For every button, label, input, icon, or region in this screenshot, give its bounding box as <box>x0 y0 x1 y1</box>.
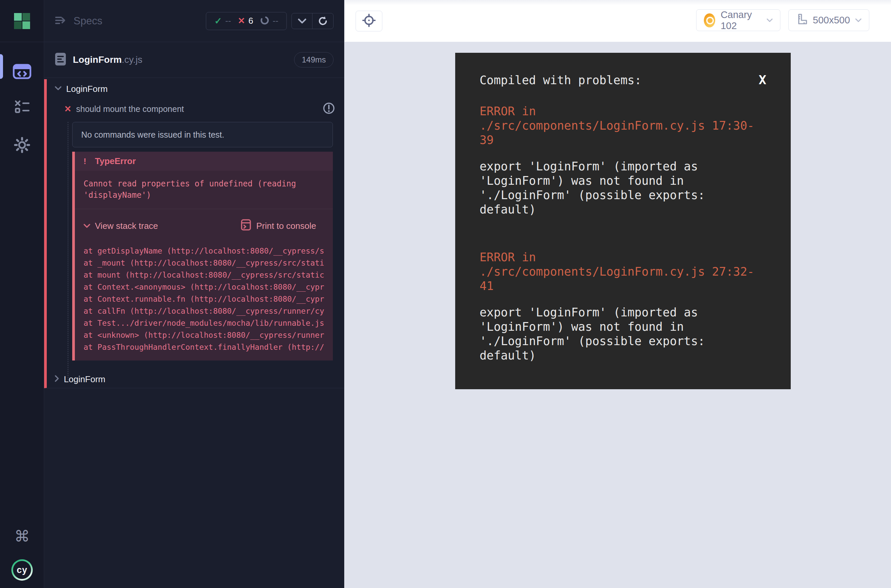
print-to-console-label: Print to console <box>256 221 316 231</box>
chevron-right-icon <box>55 375 59 383</box>
sidebar-item-specs[interactable] <box>0 57 44 87</box>
error-type: TypeError <box>95 156 136 166</box>
suite-row-loginform[interactable]: LoginForm <box>47 79 344 99</box>
spec-file-ext: .cy.js <box>122 54 143 65</box>
browser-select[interactable]: Canary 102 <box>696 9 780 31</box>
code-browser-icon <box>13 64 32 81</box>
stack-frame: at Context.<anonymous> (http://localhost… <box>84 281 333 293</box>
compile-error-overlay: Compiled with problems: X ERROR in ./src… <box>455 53 791 389</box>
attempt-indent-line <box>68 122 69 380</box>
stack-frame: at <unknown> (http://localhost:8080/__cy… <box>84 329 333 341</box>
pending-spinner-icon <box>260 16 269 26</box>
chrome-canary-icon <box>704 14 715 27</box>
spec-file-row[interactable]: LoginForm.cy.js 149ms <box>44 42 344 78</box>
chevron-down-icon <box>55 86 62 92</box>
stack-frame: at Test.../driver/node_modules/mocha/lib… <box>84 317 333 329</box>
keyboard-shortcuts-icon[interactable]: ⌘ <box>14 528 30 544</box>
collapsed-suite-row[interactable]: LoginForm <box>47 370 333 388</box>
ruler-icon <box>796 14 807 27</box>
failed-suite-block: LoginForm ✕ should mount the component N… <box>44 79 344 388</box>
compile-error-header: ERROR in ./src/components/LoginForm.cy.j… <box>479 250 766 293</box>
spec-duration-badge: 149ms <box>294 52 334 68</box>
spec-file-name: LoginForm <box>73 54 122 65</box>
console-icon <box>241 219 251 233</box>
test-list-icon <box>14 100 30 115</box>
cypress-logo-icon <box>14 13 30 29</box>
error-header: ! TypeError <box>75 152 333 171</box>
overlay-close-button[interactable]: X <box>759 74 766 86</box>
stack-frame: at getDisplayName (http://localhost:8080… <box>84 245 333 257</box>
aut-toolbar: Canary 102 500x500 <box>344 0 891 42</box>
failed-test-row[interactable]: ✕ should mount the component <box>47 99 344 119</box>
reporter-panel: Specs ✓ -- ✕ 6 -- <box>44 0 344 588</box>
test-attempt-content: No commands were issued in this test. ! … <box>47 122 344 388</box>
alert-circle-icon[interactable] <box>323 102 335 116</box>
crosshair-icon <box>362 14 376 29</box>
test-title: should mount the component <box>76 104 184 114</box>
icon-sidebar: ⌘ cy <box>0 0 44 588</box>
stat-passed: ✓ -- <box>214 16 231 26</box>
selector-playground-button[interactable] <box>356 11 382 32</box>
compile-error-body: export 'LoginForm' (imported as 'LoginFo… <box>479 159 766 217</box>
run-controls <box>291 13 334 29</box>
compile-error-item: ERROR in ./src/components/LoginForm.cy.j… <box>479 104 766 217</box>
compile-error-header: ERROR in ./src/components/LoginForm.cy.j… <box>479 104 766 147</box>
test-stats[interactable]: ✓ -- ✕ 6 -- <box>206 12 287 30</box>
sidebar-item-settings[interactable] <box>0 131 44 160</box>
spec-file-icon <box>55 52 66 67</box>
stack-frame: at _mount (http://localhost:8080/__cypre… <box>84 257 333 269</box>
specs-title: Specs <box>74 15 102 27</box>
fail-x-icon: ✕ <box>64 104 72 114</box>
rerun-button[interactable] <box>313 14 333 29</box>
exclamation-icon: ! <box>84 157 86 166</box>
stack-frame: at Context.runnable.fn (http://localhost… <box>84 293 333 305</box>
check-icon: ✓ <box>214 16 222 26</box>
stack-frame: at mount (http://localhost:8080/__cypres… <box>84 269 333 281</box>
viewport-select-label: 500x500 <box>813 15 850 26</box>
view-stack-trace-label: View stack trace <box>95 221 158 231</box>
suite-name: LoginForm <box>66 84 108 94</box>
chevron-down-icon <box>767 18 773 23</box>
failed-count: 6 <box>248 16 253 26</box>
specs-list-icon <box>55 15 68 27</box>
fail-x-icon: ✕ <box>237 16 245 26</box>
stack-frame: at PassThroughHandlerContext.finallyHand… <box>84 341 333 353</box>
test-error-block: ! TypeError Cannot read properties of un… <box>72 152 333 360</box>
chevron-down-icon <box>855 18 862 23</box>
cypress-logo-button[interactable] <box>0 0 44 42</box>
cypress-runner-app: ⌘ cy Specs ✓ -- ✕ 6 <box>0 0 891 588</box>
print-to-console-button[interactable]: Print to console <box>241 219 316 233</box>
stat-failed: ✕ 6 <box>237 16 253 26</box>
error-controls: View stack trace Print to console <box>75 209 333 238</box>
no-commands-message: No commands were issued in this test. <box>72 122 333 147</box>
viewport-select[interactable]: 500x500 <box>789 9 869 31</box>
specs-header: Specs ✓ -- ✕ 6 -- <box>44 0 344 42</box>
suite-name: LoginForm <box>64 374 105 384</box>
passed-count: -- <box>225 16 231 26</box>
compile-error-body: export 'LoginForm' (imported as 'LoginFo… <box>479 305 766 363</box>
error-message: Cannot read properties of undefined (rea… <box>75 171 333 209</box>
aut-area: Canary 102 500x500 Compiled with problem… <box>344 0 891 588</box>
active-nav-indicator <box>0 54 3 79</box>
stat-pending: -- <box>260 16 278 26</box>
cypress-cy-badge[interactable]: cy <box>11 559 33 580</box>
collapse-all-button[interactable] <box>292 14 313 29</box>
overlay-title: Compiled with problems: <box>479 74 642 87</box>
gear-icon <box>14 137 30 154</box>
stack-trace[interactable]: at getDisplayName (http://localhost:8080… <box>75 238 333 360</box>
view-stack-trace-toggle[interactable]: View stack trace <box>84 221 158 231</box>
pending-count: -- <box>273 16 278 26</box>
browser-select-label: Canary 102 <box>721 9 761 32</box>
stack-frame: at callFn (http://localhost:8080/__cypre… <box>84 305 333 317</box>
compile-error-item: ERROR in ./src/components/LoginForm.cy.j… <box>479 250 766 363</box>
sidebar-item-runs[interactable] <box>0 93 44 122</box>
